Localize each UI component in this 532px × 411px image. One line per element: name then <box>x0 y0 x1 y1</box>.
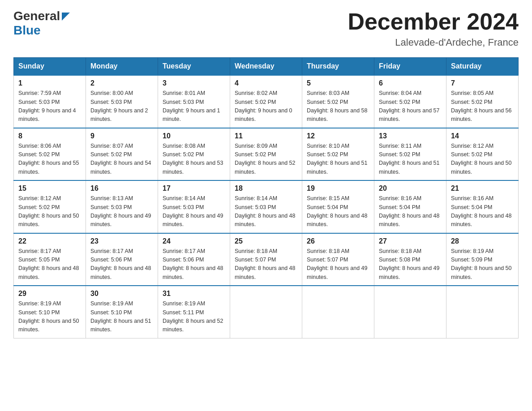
day-info: Sunrise: 8:10 AMSunset: 5:02 PMDaylight:… <box>307 143 368 175</box>
day-info: Sunrise: 8:13 AMSunset: 5:03 PMDaylight:… <box>90 195 151 227</box>
calendar-cell: 4Sunrise: 8:02 AMSunset: 5:02 PMDaylight… <box>230 75 302 128</box>
calendar-cell: 13Sunrise: 8:11 AMSunset: 5:02 PMDayligh… <box>374 128 446 181</box>
weekday-header-saturday: Saturday <box>446 58 519 76</box>
day-number: 9 <box>90 132 153 140</box>
day-info: Sunrise: 8:17 AMSunset: 5:06 PMDaylight:… <box>163 248 223 280</box>
day-info: Sunrise: 8:16 AMSunset: 5:04 PMDaylight:… <box>379 195 440 227</box>
weekday-header-tuesday: Tuesday <box>158 58 230 76</box>
weekday-header-row: SundayMondayTuesdayWednesdayThursdayFrid… <box>14 58 519 76</box>
day-number: 30 <box>90 290 153 298</box>
day-info: Sunrise: 8:06 AMSunset: 5:02 PMDaylight:… <box>18 143 79 175</box>
day-info: Sunrise: 8:18 AMSunset: 5:07 PMDaylight:… <box>307 248 368 280</box>
calendar-cell: 20Sunrise: 8:16 AMSunset: 5:04 PMDayligh… <box>374 180 446 233</box>
calendar-cell: 16Sunrise: 8:13 AMSunset: 5:03 PMDayligh… <box>86 180 158 233</box>
calendar-cell: 23Sunrise: 8:17 AMSunset: 5:06 PMDayligh… <box>86 233 158 286</box>
calendar-cell: 14Sunrise: 8:12 AMSunset: 5:02 PMDayligh… <box>446 128 519 181</box>
day-info: Sunrise: 8:04 AMSunset: 5:02 PMDaylight:… <box>379 90 440 122</box>
calendar-cell: 31Sunrise: 8:19 AMSunset: 5:11 PMDayligh… <box>158 286 230 338</box>
day-info: Sunrise: 8:07 AMSunset: 5:02 PMDaylight:… <box>90 143 151 175</box>
calendar-cell: 21Sunrise: 8:16 AMSunset: 5:04 PMDayligh… <box>446 180 519 233</box>
calendar-cell: 3Sunrise: 8:01 AMSunset: 5:03 PMDaylight… <box>158 75 230 128</box>
calendar-table: SundayMondayTuesdayWednesdayThursdayFrid… <box>13 57 519 338</box>
day-info: Sunrise: 8:14 AMSunset: 5:03 PMDaylight:… <box>235 195 296 227</box>
calendar-cell: 18Sunrise: 8:14 AMSunset: 5:03 PMDayligh… <box>230 180 302 233</box>
calendar-cell: 24Sunrise: 8:17 AMSunset: 5:06 PMDayligh… <box>158 233 230 286</box>
day-number: 18 <box>235 184 297 193</box>
day-number: 16 <box>90 184 153 193</box>
calendar-cell <box>374 286 446 338</box>
calendar-cell: 6Sunrise: 8:04 AMSunset: 5:02 PMDaylight… <box>374 75 446 128</box>
day-number: 8 <box>18 132 81 140</box>
day-number: 10 <box>163 132 225 140</box>
calendar-cell: 29Sunrise: 8:19 AMSunset: 5:10 PMDayligh… <box>14 286 86 338</box>
calendar-cell: 27Sunrise: 8:18 AMSunset: 5:08 PMDayligh… <box>374 233 446 286</box>
day-number: 20 <box>379 184 442 193</box>
weekday-header-monday: Monday <box>86 58 158 76</box>
day-number: 17 <box>163 184 225 193</box>
day-number: 2 <box>90 79 153 87</box>
day-number: 6 <box>379 79 442 87</box>
day-number: 29 <box>18 290 81 298</box>
day-info: Sunrise: 7:59 AMSunset: 5:03 PMDaylight:… <box>18 90 76 122</box>
logo-arrow-icon <box>62 13 70 22</box>
day-number: 22 <box>18 237 81 245</box>
day-info: Sunrise: 8:09 AMSunset: 5:02 PMDaylight:… <box>235 143 296 175</box>
day-info: Sunrise: 8:03 AMSunset: 5:02 PMDaylight:… <box>307 90 368 122</box>
calendar-week-row: 8Sunrise: 8:06 AMSunset: 5:02 PMDaylight… <box>14 128 519 181</box>
day-info: Sunrise: 8:02 AMSunset: 5:02 PMDaylight:… <box>235 90 292 122</box>
calendar-cell: 25Sunrise: 8:18 AMSunset: 5:07 PMDayligh… <box>230 233 302 286</box>
logo-general-text: General <box>13 9 60 23</box>
day-info: Sunrise: 8:15 AMSunset: 5:04 PMDaylight:… <box>307 195 368 227</box>
calendar-cell: 12Sunrise: 8:10 AMSunset: 5:02 PMDayligh… <box>302 128 374 181</box>
day-info: Sunrise: 8:19 AMSunset: 5:11 PMDaylight:… <box>163 300 223 333</box>
day-number: 15 <box>18 184 81 193</box>
day-number: 27 <box>379 237 442 245</box>
day-info: Sunrise: 8:17 AMSunset: 5:05 PMDaylight:… <box>18 248 79 280</box>
day-number: 25 <box>235 237 297 245</box>
calendar-cell <box>302 286 374 338</box>
day-info: Sunrise: 8:12 AMSunset: 5:02 PMDaylight:… <box>18 195 79 227</box>
calendar-cell: 10Sunrise: 8:08 AMSunset: 5:02 PMDayligh… <box>158 128 230 181</box>
day-info: Sunrise: 8:14 AMSunset: 5:03 PMDaylight:… <box>163 195 223 227</box>
day-number: 14 <box>451 132 514 140</box>
day-number: 24 <box>163 237 225 245</box>
day-number: 1 <box>18 79 81 87</box>
day-info: Sunrise: 8:05 AMSunset: 5:02 PMDaylight:… <box>451 90 512 122</box>
day-info: Sunrise: 8:18 AMSunset: 5:07 PMDaylight:… <box>235 248 296 280</box>
day-number: 23 <box>90 237 153 245</box>
calendar-cell: 8Sunrise: 8:06 AMSunset: 5:02 PMDaylight… <box>14 128 86 181</box>
calendar-cell: 11Sunrise: 8:09 AMSunset: 5:02 PMDayligh… <box>230 128 302 181</box>
day-number: 28 <box>451 237 514 245</box>
calendar-cell <box>446 286 519 338</box>
logo-blue-text: Blue <box>13 23 41 38</box>
calendar-cell: 17Sunrise: 8:14 AMSunset: 5:03 PMDayligh… <box>158 180 230 233</box>
calendar-cell: 7Sunrise: 8:05 AMSunset: 5:02 PMDaylight… <box>446 75 519 128</box>
calendar-cell <box>230 286 302 338</box>
location-text: Lalevade-d'Ardeche, France <box>348 37 519 48</box>
day-number: 7 <box>451 79 514 87</box>
calendar-cell: 19Sunrise: 8:15 AMSunset: 5:04 PMDayligh… <box>302 180 374 233</box>
day-info: Sunrise: 8:12 AMSunset: 5:02 PMDaylight:… <box>451 143 512 175</box>
weekday-header-thursday: Thursday <box>302 58 374 76</box>
day-number: 19 <box>307 184 369 193</box>
day-number: 31 <box>163 290 225 298</box>
logo: General Blue <box>13 9 70 38</box>
calendar-week-row: 15Sunrise: 8:12 AMSunset: 5:02 PMDayligh… <box>14 180 519 233</box>
title-block: December 2024 Lalevade-d'Ardeche, France <box>348 9 519 48</box>
weekday-header-friday: Friday <box>374 58 446 76</box>
day-info: Sunrise: 8:19 AMSunset: 5:09 PMDaylight:… <box>451 248 512 280</box>
calendar-cell: 1Sunrise: 7:59 AMSunset: 5:03 PMDaylight… <box>14 75 86 128</box>
day-info: Sunrise: 8:17 AMSunset: 5:06 PMDaylight:… <box>90 248 151 280</box>
calendar-cell: 28Sunrise: 8:19 AMSunset: 5:09 PMDayligh… <box>446 233 519 286</box>
svg-marker-0 <box>62 13 70 21</box>
weekday-header-wednesday: Wednesday <box>230 58 302 76</box>
calendar-week-row: 29Sunrise: 8:19 AMSunset: 5:10 PMDayligh… <box>14 286 519 338</box>
calendar-cell: 30Sunrise: 8:19 AMSunset: 5:10 PMDayligh… <box>86 286 158 338</box>
day-number: 3 <box>163 79 225 87</box>
calendar-week-row: 22Sunrise: 8:17 AMSunset: 5:05 PMDayligh… <box>14 233 519 286</box>
day-info: Sunrise: 8:11 AMSunset: 5:02 PMDaylight:… <box>379 143 440 175</box>
day-number: 4 <box>235 79 297 87</box>
day-info: Sunrise: 8:00 AMSunset: 5:03 PMDaylight:… <box>90 90 148 122</box>
day-number: 21 <box>451 184 514 193</box>
day-number: 11 <box>235 132 297 140</box>
